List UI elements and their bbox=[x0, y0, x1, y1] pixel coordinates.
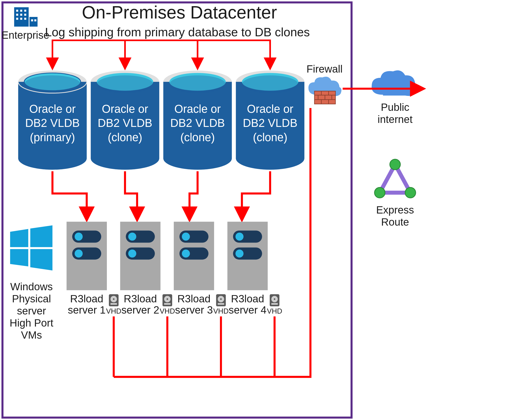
svg-rect-1 bbox=[30, 17, 37, 27]
vhd-label: VHD bbox=[160, 307, 175, 315]
svg-point-67 bbox=[236, 233, 244, 241]
svg-rect-5 bbox=[16, 14, 18, 16]
enterprise-icon bbox=[14, 7, 37, 27]
db-label: Oracle or bbox=[102, 103, 148, 115]
express-route-label: Route bbox=[381, 216, 409, 228]
express-route-icon bbox=[374, 159, 416, 198]
svg-point-33 bbox=[242, 75, 299, 93]
enterprise-label: Enterprise bbox=[1, 29, 49, 41]
svg-rect-8 bbox=[16, 18, 18, 20]
svg-point-60 bbox=[182, 250, 190, 258]
db-label: Oracle or bbox=[29, 103, 76, 115]
datacenter-border bbox=[2, 2, 351, 418]
firewall-label: Firewall bbox=[306, 63, 343, 75]
svg-rect-46 bbox=[110, 303, 117, 305]
subtitle: Log shipping from primary database to DB… bbox=[45, 25, 310, 39]
express-route-label: Express bbox=[376, 204, 414, 216]
svg-rect-73 bbox=[271, 303, 278, 305]
database-clone: Oracle or DB2 VLDB (clone) bbox=[236, 71, 305, 170]
windows-icon bbox=[10, 225, 52, 270]
svg-rect-2 bbox=[16, 10, 18, 12]
svg-point-42 bbox=[75, 250, 83, 258]
svg-rect-11 bbox=[31, 19, 33, 21]
svg-point-23 bbox=[97, 75, 153, 93]
server-label: server 1 bbox=[68, 304, 105, 316]
svg-point-40 bbox=[75, 233, 83, 241]
db-label: DB2 VLDB bbox=[243, 117, 297, 129]
r3load-server: R3load server 1 VHD bbox=[67, 222, 121, 316]
svg-point-15 bbox=[18, 147, 87, 170]
svg-point-54 bbox=[166, 298, 168, 300]
db-label: DB2 VLDB bbox=[170, 117, 225, 129]
db-label: (clone) bbox=[108, 131, 142, 144]
svg-rect-10 bbox=[24, 18, 26, 20]
svg-rect-6 bbox=[20, 14, 22, 16]
db-label: (clone) bbox=[180, 131, 215, 144]
public-internet-icon bbox=[372, 70, 417, 96]
server-label: R3load bbox=[124, 293, 157, 305]
db-label: Oracle or bbox=[247, 103, 293, 115]
svg-point-58 bbox=[182, 233, 190, 241]
server-label: server 2 bbox=[121, 304, 159, 316]
db-label: (clone) bbox=[253, 131, 287, 144]
db-label: DB2 VLDB bbox=[98, 117, 152, 129]
r3load-server: R3load server 2 VHD bbox=[120, 222, 175, 316]
db-label: DB2 VLDB bbox=[25, 117, 80, 129]
server-label: R3load bbox=[231, 293, 264, 305]
vhd-label: VHD bbox=[267, 307, 282, 315]
database-clone: Oracle or DB2 VLDB (clone) bbox=[91, 71, 159, 170]
public-internet-label: Public bbox=[381, 101, 410, 113]
svg-point-26 bbox=[163, 147, 232, 170]
page-title: On-Premises Datacenter bbox=[82, 2, 277, 22]
windows-label: Windows bbox=[10, 281, 53, 292]
server-row: R3load server 1 VHD R3load server 2 VHD bbox=[67, 222, 282, 316]
vhd-icon bbox=[163, 294, 172, 306]
svg-point-69 bbox=[236, 250, 244, 258]
svg-rect-3 bbox=[20, 10, 22, 12]
svg-point-51 bbox=[128, 250, 136, 258]
public-internet-label: internet bbox=[378, 113, 412, 125]
log-shipping-arrows bbox=[52, 40, 270, 66]
db-label: (primary) bbox=[30, 131, 75, 144]
windows-label: High Port bbox=[10, 317, 53, 329]
svg-marker-37 bbox=[30, 249, 52, 270]
svg-point-87 bbox=[390, 159, 400, 170]
svg-point-45 bbox=[113, 298, 114, 300]
vhd-label: VHD bbox=[213, 307, 229, 315]
vhd-icon bbox=[109, 294, 119, 306]
svg-point-72 bbox=[274, 298, 275, 300]
architecture-diagram: On-Premises Datacenter Enterprise Log sh… bbox=[0, 0, 508, 420]
r3load-server: R3load server 3 VHD bbox=[174, 222, 229, 316]
svg-point-89 bbox=[405, 187, 416, 198]
svg-rect-9 bbox=[20, 18, 22, 20]
windows-label: Physical bbox=[12, 293, 51, 305]
vhd-label: VHD bbox=[106, 307, 121, 315]
svg-rect-4 bbox=[24, 10, 26, 12]
svg-marker-36 bbox=[10, 249, 28, 267]
r3load-server: R3load server 4 VHD bbox=[227, 222, 282, 316]
database-clone: Oracle or DB2 VLDB (clone) bbox=[163, 71, 232, 170]
svg-point-63 bbox=[220, 298, 222, 300]
database-row: Oracle or DB2 VLDB (primary) Oracle or D… bbox=[18, 71, 304, 170]
windows-label: server bbox=[17, 305, 46, 317]
svg-marker-34 bbox=[10, 229, 28, 247]
svg-rect-12 bbox=[34, 19, 36, 21]
svg-rect-55 bbox=[164, 303, 171, 305]
svg-point-31 bbox=[236, 147, 305, 170]
svg-point-21 bbox=[91, 147, 159, 170]
firewall-icon bbox=[308, 77, 341, 104]
server-label: server 4 bbox=[229, 304, 267, 316]
windows-label: VMs bbox=[21, 329, 42, 341]
vhd-icon bbox=[216, 294, 226, 306]
svg-point-49 bbox=[128, 233, 136, 241]
svg-point-88 bbox=[374, 187, 385, 198]
db-to-server-arrows bbox=[52, 171, 270, 218]
server-label: R3load bbox=[177, 293, 210, 305]
server-label: R3load bbox=[70, 293, 103, 305]
server-label: server 3 bbox=[175, 304, 213, 316]
svg-marker-35 bbox=[30, 225, 52, 247]
vhd-icon bbox=[270, 294, 279, 306]
svg-rect-64 bbox=[218, 303, 224, 305]
svg-rect-7 bbox=[24, 14, 26, 16]
svg-point-28 bbox=[169, 75, 226, 93]
